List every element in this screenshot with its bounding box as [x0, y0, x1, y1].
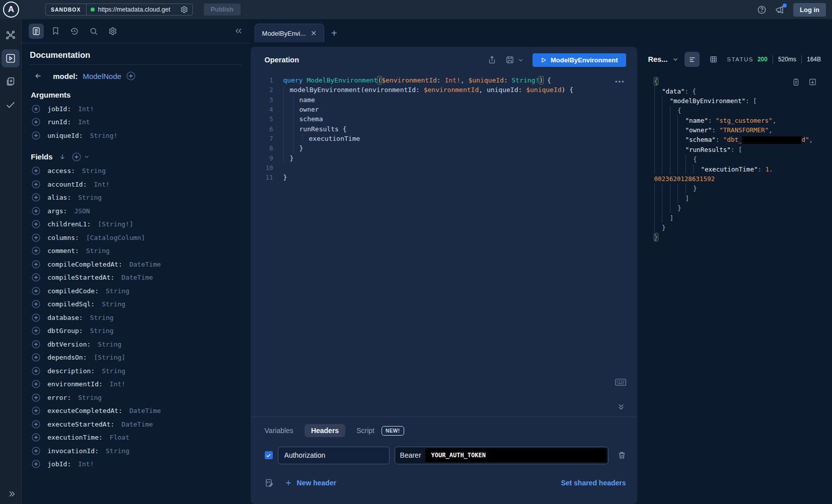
field-row[interactable]: environmentId:Int! — [32, 378, 241, 391]
add-to-query-plus-icon[interactable] — [32, 367, 40, 375]
doc-field-name[interactable]: childrenL1: — [47, 220, 91, 228]
collapse-panel-icon[interactable] — [235, 27, 243, 35]
collapse-bottom-panel-icon[interactable] — [617, 403, 625, 410]
nav-schema-graph-icon[interactable] — [2, 26, 20, 44]
add-to-query-plus-icon[interactable] — [32, 353, 40, 362]
code-line[interactable]: 2modelByEnvironment(environmentId: $envi… — [251, 85, 637, 95]
argument-row[interactable]: runId:Int — [32, 116, 241, 129]
field-row[interactable]: childrenL1:[String!] — [32, 218, 241, 231]
doc-field-type[interactable]: [String] — [94, 354, 126, 361]
doc-field-name[interactable]: database: — [47, 314, 83, 321]
doc-field-name[interactable]: jobId: — [47, 460, 71, 468]
doc-field-type[interactable]: [CatalogColumn] — [86, 234, 145, 241]
doc-field-type[interactable]: String — [86, 247, 110, 255]
doc-field-type[interactable]: JSON — [74, 207, 90, 215]
tab-variables[interactable]: Variables — [265, 427, 293, 435]
add-to-query-plus-icon[interactable] — [32, 393, 40, 402]
doc-field-type[interactable]: String — [78, 194, 102, 201]
add-to-query-plus-icon[interactable] — [32, 207, 40, 215]
doc-field-type[interactable]: DateTime — [121, 274, 153, 281]
field-row[interactable]: compileStartedAt:DateTime — [32, 271, 241, 285]
saved-operations-bookmark-icon[interactable] — [48, 24, 63, 39]
doc-field-name[interactable]: dependsOn: — [47, 354, 87, 361]
add-to-query-plus-icon[interactable] — [32, 246, 40, 255]
add-to-query-plus-icon[interactable] — [32, 118, 40, 126]
doc-field-type[interactable]: String — [106, 287, 129, 295]
new-header-button[interactable]: New header — [285, 479, 337, 487]
doc-field-name[interactable]: comment: — [47, 247, 79, 255]
announcements-icon[interactable] — [775, 5, 785, 15]
field-row[interactable]: database:String — [32, 311, 241, 324]
doc-field-name[interactable]: compileCompletedAt: — [47, 261, 122, 268]
field-row[interactable]: compiledCode:String — [32, 284, 241, 298]
field-row[interactable]: columns:[CatalogColumn] — [32, 231, 241, 244]
add-to-query-plus-icon[interactable] — [32, 380, 40, 388]
field-row[interactable]: accountId:Int! — [32, 178, 241, 191]
field-row[interactable]: jobId:Int! — [32, 458, 241, 471]
history-icon[interactable] — [67, 24, 82, 39]
explorer-settings-gear-icon[interactable] — [105, 24, 120, 39]
tab-headers[interactable]: Headers — [305, 424, 345, 437]
breadcrumb-type-link[interactable]: ModelNode — [83, 72, 121, 80]
field-row[interactable]: description:String — [32, 364, 241, 378]
search-icon[interactable] — [86, 24, 101, 39]
add-to-query-plus-icon[interactable] — [32, 180, 40, 189]
doc-field-name[interactable]: access: — [47, 167, 75, 175]
doc-field-type[interactable]: DateTime — [129, 261, 161, 268]
doc-field-type[interactable]: Int! — [78, 105, 94, 113]
doc-field-name[interactable]: columns: — [47, 234, 79, 241]
doc-field-type[interactable]: String! — [90, 132, 118, 139]
endpoint-settings-gear-icon[interactable] — [180, 6, 188, 14]
argument-row[interactable]: uniqueId:String! — [32, 129, 241, 142]
doc-field-type[interactable]: DateTime — [121, 421, 153, 428]
new-tab-plus-icon[interactable]: + — [331, 28, 337, 42]
documentation-tab-icon[interactable] — [29, 24, 44, 39]
doc-field-name[interactable]: args: — [47, 207, 67, 215]
code-line[interactable]: 6runResults { — [251, 124, 637, 133]
nav-checks-icon[interactable] — [2, 96, 20, 114]
nav-explorer-icon[interactable] — [2, 49, 20, 67]
code-line[interactable]: 7executionTime — [251, 134, 637, 143]
field-row[interactable]: access:String — [32, 164, 241, 178]
doc-field-type[interactable]: String — [102, 367, 125, 375]
add-to-query-plus-icon[interactable] — [32, 447, 40, 455]
doc-field-name[interactable]: alias: — [47, 194, 71, 201]
doc-field-type[interactable]: [String!] — [98, 220, 133, 228]
argument-row[interactable]: jobId:Int! — [32, 102, 241, 116]
doc-field-type[interactable]: DateTime — [129, 407, 161, 414]
operation-tab[interactable]: ModelByEnvi... ✕ — [255, 24, 324, 42]
add-to-query-plus-icon[interactable] — [32, 260, 40, 269]
doc-field-name[interactable]: accountId: — [47, 181, 87, 188]
auth-token-value[interactable]: YOUR_AUTH_TOKEN — [425, 448, 607, 462]
header-name-input[interactable] — [278, 447, 390, 464]
add-to-query-plus-icon[interactable] — [32, 406, 40, 415]
doc-field-type[interactable]: Int! — [94, 181, 110, 188]
field-row[interactable]: compileCompletedAt:DateTime — [32, 258, 241, 271]
doc-field-type[interactable]: String — [106, 447, 129, 455]
add-to-query-plus-icon[interactable] — [32, 193, 40, 202]
add-to-query-plus-icon[interactable] — [32, 340, 40, 349]
doc-field-type[interactable]: String — [90, 327, 114, 334]
doc-field-name[interactable]: executeStartedAt: — [47, 421, 114, 428]
nav-operation-collections-icon[interactable] — [2, 72, 20, 91]
tab-script[interactable]: Script — [356, 427, 374, 435]
field-row[interactable]: dependsOn:[String] — [32, 351, 241, 365]
save-operation-icon[interactable] — [505, 55, 514, 64]
add-to-query-plus-icon[interactable] — [32, 220, 40, 228]
editor-overflow-menu-icon[interactable]: ••• — [615, 78, 625, 86]
header-enabled-checkbox[interactable] — [265, 451, 273, 459]
doc-field-name[interactable]: compileStartedAt: — [47, 274, 114, 281]
code-line[interactable]: 9} — [251, 153, 637, 162]
run-operation-button[interactable]: ModelByEnvironment — [533, 53, 626, 67]
add-to-query-plus-icon[interactable] — [32, 313, 40, 322]
expand-rail-chevrons-icon[interactable] — [0, 490, 23, 498]
sort-fields-icon[interactable] — [59, 153, 66, 160]
response-panel-title[interactable]: Res... — [648, 55, 679, 63]
field-row[interactable]: compiledSql:String — [32, 298, 241, 311]
back-arrow-icon[interactable] — [34, 72, 43, 80]
copy-response-icon[interactable] — [792, 77, 800, 87]
field-row[interactable]: dbtVersion:String — [32, 338, 241, 351]
help-icon[interactable] — [757, 5, 767, 15]
code-line[interactable]: 5schema — [251, 114, 637, 124]
doc-field-name[interactable]: dbtGroup: — [47, 327, 83, 334]
